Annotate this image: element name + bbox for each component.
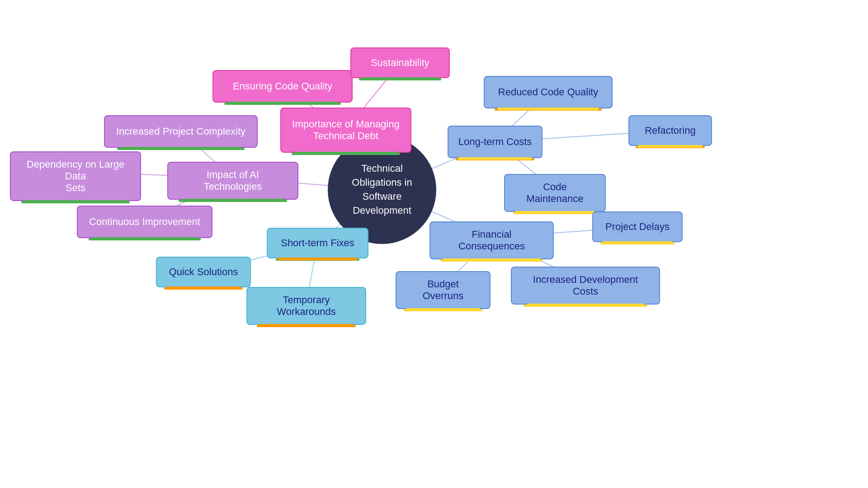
- long-term-costs-label: Long-term Costs: [458, 136, 532, 148]
- importance-managing-debt-label: Importance of Managing Technical Debt: [292, 118, 399, 142]
- project-delays-label: Project Delays: [605, 221, 670, 233]
- reduced-code-quality-node: Reduced Code Quality: [484, 76, 613, 108]
- code-maintenance-node: Code Maintenance: [504, 174, 606, 212]
- continuous-improvement-label: Continuous Improvement: [89, 216, 200, 228]
- dependency-large-data-node: Dependency on Large Data Sets: [10, 151, 141, 201]
- impact-ai-technologies-label: Impact of AI Technologies: [177, 169, 288, 192]
- reduced-code-quality-label: Reduced Code Quality: [498, 86, 598, 98]
- increased-project-complexity-node: Increased Project Complexity: [104, 115, 258, 148]
- temporary-workarounds-node: Temporary Workarounds: [246, 287, 366, 325]
- financial-consequences-label: Financial Consequences: [439, 229, 544, 252]
- ensuring-code-quality-node: Ensuring Code Quality: [212, 70, 353, 103]
- increased-project-complexity-label: Increased Project Complexity: [116, 126, 245, 137]
- short-term-fixes-node: Short-term Fixes: [267, 228, 368, 258]
- refactoring-label: Refactoring: [645, 125, 696, 136]
- quick-solutions-node: Quick Solutions: [156, 257, 251, 287]
- budget-overruns-node: Budget Overruns: [396, 271, 491, 309]
- refactoring-node: Refactoring: [628, 115, 712, 146]
- dependency-large-data-label: Dependency on Large Data Sets: [20, 159, 131, 194]
- quick-solutions-label: Quick Solutions: [169, 266, 238, 278]
- budget-overruns-label: Budget Overruns: [406, 278, 481, 302]
- impact-ai-technologies-node: Impact of AI Technologies: [167, 162, 298, 200]
- ensuring-code-quality-label: Ensuring Code Quality: [233, 80, 332, 92]
- financial-consequences-node: Financial Consequences: [429, 221, 554, 259]
- sustainability-node: Sustainability: [350, 47, 450, 78]
- sustainability-label: Sustainability: [371, 57, 429, 69]
- continuous-improvement-node: Continuous Improvement: [77, 206, 212, 238]
- long-term-costs-node: Long-term Costs: [448, 126, 542, 158]
- center-label: Technical Obligations in Software Develo…: [337, 162, 427, 217]
- short-term-fixes-label: Short-term Fixes: [281, 237, 354, 249]
- importance-managing-debt-node: Importance of Managing Technical Debt: [280, 108, 411, 153]
- increased-dev-costs-label: Increased Development Costs: [521, 274, 650, 297]
- code-maintenance-label: Code Maintenance: [514, 181, 596, 205]
- temporary-workarounds-label: Temporary Workarounds: [256, 294, 356, 318]
- project-delays-node: Project Delays: [592, 211, 683, 242]
- increased-dev-costs-node: Increased Development Costs: [511, 267, 660, 305]
